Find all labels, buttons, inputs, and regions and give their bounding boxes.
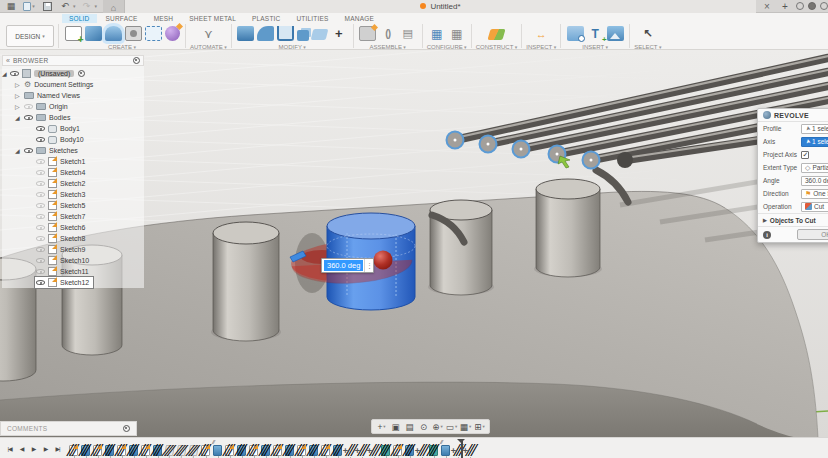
visibility-eye-icon[interactable] [36,137,45,142]
form-feature-icon[interactable]: ⁄⁄⁄ [381,445,390,456]
collapse-panel-icon[interactable]: « [6,57,10,64]
Body1[interactable]: Body1 [2,123,144,134]
expand-arrow-icon[interactable] [15,147,23,154]
configuration-table-icon[interactable] [448,26,465,41]
go-to-end-button[interactable]: ▶| [52,442,63,454]
visibility-eye-icon[interactable] [24,148,33,153]
rod-end-dark[interactable] [617,152,633,168]
viewports-icon[interactable]: ⊞ [473,421,486,433]
new-tab-icon[interactable] [778,0,792,12]
extrude-feature-icon[interactable]: ⁄⁄⁄ [261,445,270,456]
sketch-feature-icon[interactable]: ⁄⁄⁄ [273,445,282,456]
angle-dimension-input[interactable]: 360.0 deg ⋮ [321,258,374,273]
notifications-icon[interactable] [808,2,816,10]
grid-settings-icon[interactable]: ▦ [459,421,472,433]
redo-icon[interactable] [80,0,94,12]
home-tab[interactable] [103,0,125,13]
pan-icon[interactable]: ▤ [403,421,416,433]
extrude-feature-icon[interactable]: ⁄⁄⁄ [153,445,162,456]
MESH[interactable]: MESH [147,14,181,23]
sketch-feature-icon[interactable]: ⁄⁄⁄ [393,445,402,456]
revolve-icon[interactable] [105,26,122,41]
Sketch5[interactable]: Sketch5 [2,200,144,211]
hole-icon[interactable] [125,26,142,41]
visibility-eye-icon[interactable] [36,258,45,263]
extrude-feature-icon[interactable]: ⁄⁄⁄ [441,445,450,456]
shell-icon[interactable] [277,26,294,41]
Sketch4[interactable]: Sketch4 [2,167,144,178]
PLASTIC[interactable]: PLASTIC [245,14,288,23]
browser-options-icon[interactable] [133,57,140,64]
plane-feature-icon[interactable]: ⁄⁄⁄ [176,445,187,456]
pattern-icon[interactable] [145,26,162,41]
redo-caret-icon[interactable]: ▾ [95,3,98,9]
visibility-eye-icon[interactable] [10,71,19,76]
MANAGE[interactable]: MANAGE [338,14,381,23]
dialog-value-field[interactable]: One Side [801,189,828,199]
undo-caret-icon[interactable]: ▾ [73,3,76,9]
extrude-feature-icon[interactable]: ⁄⁄⁄ [333,445,342,456]
Body10[interactable]: Body10 [2,134,144,145]
SHEET METAL[interactable]: SHEET METAL [182,14,243,23]
job-status-icon[interactable] [796,2,804,10]
extrude-feature-icon[interactable]: ⁄⁄⁄ [237,445,246,456]
UTILITIES[interactable]: UTILITIES [289,14,335,23]
move-feature-icon[interactable]: ⁄⁄⁄ [465,445,474,456]
profile-icon[interactable] [820,2,828,10]
undo-icon[interactable] [58,0,72,12]
expand-arrow-icon[interactable] [15,103,23,110]
angle-value[interactable]: 360.0 deg [324,260,363,271]
visibility-eye-icon[interactable] [36,181,45,186]
expand-arrow-icon[interactable] [15,114,23,121]
visibility-eye-icon[interactable] [24,115,33,120]
extrude-feature-icon[interactable]: ⁄⁄⁄ [213,445,222,456]
fillet-icon[interactable] [257,26,274,41]
save-icon[interactable] [40,0,54,12]
timeline-playhead[interactable] [461,439,463,458]
Document Settings[interactable]: Document Settings [2,79,144,90]
sketch-feature-icon[interactable]: ⁄⁄⁄ [69,445,78,456]
display-settings-icon[interactable]: ▭ [445,421,458,433]
joint-icon[interactable] [379,26,396,41]
extrude-feature-icon[interactable]: ⁄⁄⁄ [285,445,294,456]
construction-plane-icon[interactable] [487,29,505,40]
zoom-icon[interactable]: ⊙ [417,421,430,433]
visibility-eye-icon[interactable] [36,214,45,219]
workspace-selector[interactable]: DESIGN [6,25,54,47]
visibility-eye-icon[interactable] [36,236,45,241]
insert-derive-icon[interactable] [567,26,584,41]
Sketch7[interactable]: Sketch7 [2,211,144,222]
offset-face-icon[interactable] [311,29,329,40]
move-icon[interactable] [330,26,347,41]
form-feature-icon[interactable]: ⁄⁄⁄ [429,445,438,456]
sketch-feature-icon[interactable]: ⁄⁄⁄ [201,445,210,456]
step-back-button[interactable]: ◀ [16,442,27,454]
objects-to-cut-section[interactable]: Objects To Cut [758,213,828,226]
visibility-eye-icon[interactable] [24,104,33,109]
SURFACE[interactable]: SURFACE [99,14,145,23]
plane-feature-icon[interactable]: ⁄⁄⁄ [164,445,175,456]
expand-arrow-icon[interactable] [15,92,23,99]
play-button[interactable]: ▶ [28,442,39,454]
Named Views[interactable]: Named Views [2,90,144,101]
ok-button[interactable]: OK [797,229,828,240]
expand-arrow-icon[interactable] [2,70,10,77]
step-forward-button[interactable]: ▶ [40,442,51,454]
Origin[interactable]: Origin [2,101,144,112]
Sketch12[interactable]: Sketch12 [2,277,144,288]
sketch-feature-icon[interactable]: ⁄⁄⁄ [321,445,330,456]
combine-icon[interactable] [297,30,309,41]
sketch-feature-icon[interactable]: ⁄⁄⁄ [93,445,102,456]
move-feature-icon[interactable]: ⁄⁄⁄ [417,445,426,456]
dialog-value-field[interactable] [801,151,828,159]
sketch-feature-icon[interactable]: ⁄⁄⁄ [225,445,234,456]
visibility-eye-icon[interactable] [36,225,45,230]
visibility-eye-icon[interactable] [36,192,45,197]
Sketch10[interactable]: Sketch10 [2,255,144,266]
app-menu-icon[interactable] [4,0,18,12]
rigid-group-icon[interactable] [399,26,416,41]
press-pull-icon[interactable] [237,26,254,41]
visibility-eye-icon[interactable] [36,203,45,208]
Bodies[interactable]: Bodies [2,112,144,123]
orbit-icon[interactable]: + [375,421,388,433]
